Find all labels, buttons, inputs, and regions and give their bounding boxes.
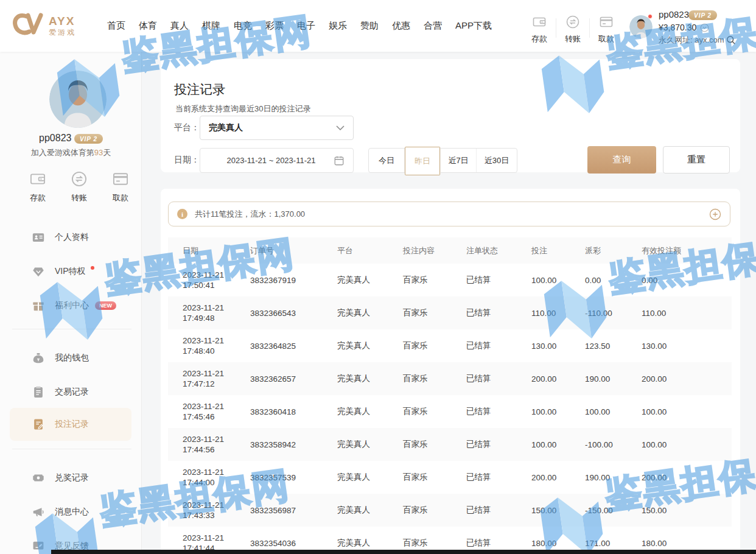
cell: 百家乐: [403, 340, 466, 351]
reset-button[interactable]: 重置: [663, 146, 730, 174]
cell: 完美真人: [337, 340, 403, 351]
brand-name-cn: 爱游戏: [49, 29, 76, 36]
nav-item-6[interactable]: 电子: [297, 20, 315, 32]
table-row: 2023-11-2117:49:483832366543完美真人百家乐已结算11…: [168, 296, 732, 329]
cell: 已结算: [466, 406, 531, 417]
quick-range-group: 今日昨日近7日近30日: [368, 148, 517, 173]
cell: 已结算: [466, 505, 531, 516]
sidebar-item-0[interactable]: 个人资料: [32, 230, 89, 245]
sidebar-quick-bank-card[interactable]: 取款: [103, 170, 138, 203]
cell: 150.00: [531, 506, 585, 515]
nav-item-2[interactable]: 真人: [170, 20, 189, 32]
wallet-icon: [29, 179, 46, 189]
sidebar-divider: [12, 329, 131, 329]
nav-item-10[interactable]: 合营: [424, 20, 442, 32]
megaphone-icon: [32, 505, 45, 519]
cell: -110.00: [585, 309, 642, 318]
cell: 100.00: [531, 407, 585, 416]
header-quick-wallet[interactable]: 存款: [524, 15, 555, 44]
cell-date: 2023-11-2117:45:46: [168, 401, 250, 422]
cell: 200.00: [642, 374, 732, 384]
nav-item-7[interactable]: 娱乐: [329, 20, 347, 32]
sidebar-avatar[interactable]: [49, 71, 107, 128]
gift-icon: [32, 299, 45, 312]
nav-item-11[interactable]: APP下载: [455, 20, 492, 32]
nav-item-5[interactable]: 彩票: [265, 20, 284, 32]
column-header-3: 投注内容: [403, 245, 466, 256]
cell: 完美真人: [337, 275, 403, 286]
sidebar-item-6[interactable]: 兑奖记录: [32, 470, 89, 486]
header-username: pp0823: [659, 9, 689, 19]
cell: 3832358942: [250, 440, 337, 449]
page-subtitle: 当前系统支持查询最近30日的投注记录: [175, 103, 310, 114]
cell: 完美真人: [337, 472, 403, 483]
cell: 3832362657: [250, 374, 337, 384]
cell: 0.00: [642, 276, 732, 285]
platform-select[interactable]: 完美真人: [200, 116, 354, 140]
cell: 已结算: [466, 472, 531, 483]
cell: 100.00: [585, 407, 642, 416]
date-range-input[interactable]: 2023-11-21 ~ 2023-11-21: [200, 148, 354, 173]
range-button-0[interactable]: 今日: [369, 149, 405, 172]
sidebar-item-4[interactable]: 交易记录: [32, 384, 89, 400]
sidebar-quick-wallet[interactable]: 存款: [21, 170, 55, 203]
brand-logo[interactable]: AYX 爱游戏: [12, 11, 76, 40]
nav-item-1[interactable]: 体育: [139, 20, 157, 32]
sidebar-quick-transfer[interactable]: 转账: [62, 170, 96, 203]
avatar-image: [49, 71, 107, 128]
sidebar-item-5[interactable]: 投注记录: [32, 416, 89, 432]
wallet-pouch-icon: [32, 351, 45, 365]
balance-amount: ¥3,870.30: [659, 23, 696, 32]
cell-date: 2023-11-2117:44:00: [168, 467, 250, 488]
plus-circle-icon[interactable]: [709, 208, 721, 220]
summary-text: 共计11笔投注，流水：1,370.00: [195, 209, 709, 220]
cell: 3832360418: [250, 407, 337, 416]
table-row: 2023-11-2117:43:333832356987完美真人百家乐已结算15…: [168, 494, 732, 527]
cell-date: 2023-11-2117:43:33: [168, 500, 250, 521]
cell: 已结算: [466, 538, 531, 549]
transfer-icon: [565, 21, 580, 31]
nav-item-3[interactable]: 棋牌: [202, 20, 220, 32]
nav-item-8[interactable]: 赞助: [360, 20, 379, 32]
nav-item-4[interactable]: 电竞: [234, 20, 252, 32]
sidebar-item-3[interactable]: 我的钱包: [32, 350, 89, 366]
column-header-1: 订单号: [250, 245, 337, 256]
header-quick-transfer[interactable]: 转账: [558, 15, 588, 44]
range-button-3[interactable]: 近30日: [477, 149, 517, 172]
range-button-1[interactable]: 昨日: [405, 147, 441, 175]
cell: -100.00: [585, 440, 642, 449]
sidebar-item-7[interactable]: 消息中心: [32, 504, 89, 520]
cell: 完美真人: [337, 307, 403, 318]
nav-item-9[interactable]: 优惠: [392, 20, 410, 32]
new-badge: NEW: [95, 301, 116, 310]
sidebar-item-1[interactable]: VIP特权: [32, 264, 94, 279]
header-divider: [589, 18, 590, 38]
search-icon[interactable]: [726, 35, 736, 45]
balance-expand-icon[interactable]: [700, 23, 709, 32]
cell: 100.00: [531, 276, 585, 285]
table-header-row: 日期订单号平台投注内容注单状态投注派彩有效投注额: [168, 237, 732, 264]
cell: 已结算: [466, 340, 531, 351]
cell: 190.00: [585, 374, 642, 384]
cell: 171.00: [585, 539, 642, 548]
main-content: 投注记录 当前系统支持查询最近30日的投注记录 平台： 完美真人 日期： 202…: [156, 52, 746, 554]
cell: 完美真人: [337, 406, 403, 417]
info-icon: i: [177, 209, 187, 219]
sidebar-item-2[interactable]: 福利中心NEW: [32, 298, 116, 314]
range-button-2[interactable]: 近7日: [441, 149, 477, 172]
platform-select-value: 完美真人: [209, 122, 336, 133]
vip-gem-icon: [32, 265, 45, 278]
cell: 190.00: [585, 473, 642, 482]
cell: 100.00: [642, 440, 732, 449]
cell: 完美真人: [337, 439, 403, 450]
wallet-icon: [532, 21, 547, 31]
bank-card-icon: [599, 21, 614, 31]
results-card: i 共计11笔投注，流水：1,370.00 日期订单号平台投注内容注单状态投注派…: [161, 189, 740, 554]
bottom-bar: [51, 550, 756, 554]
nav-item-0[interactable]: 首页: [107, 20, 125, 32]
column-header-5: 投注: [531, 245, 585, 256]
cell: -150.00: [585, 506, 642, 515]
cell: 150.00: [642, 506, 732, 515]
search-button[interactable]: 查询: [587, 146, 656, 174]
header-quick-bank-card[interactable]: 取款: [591, 15, 621, 44]
